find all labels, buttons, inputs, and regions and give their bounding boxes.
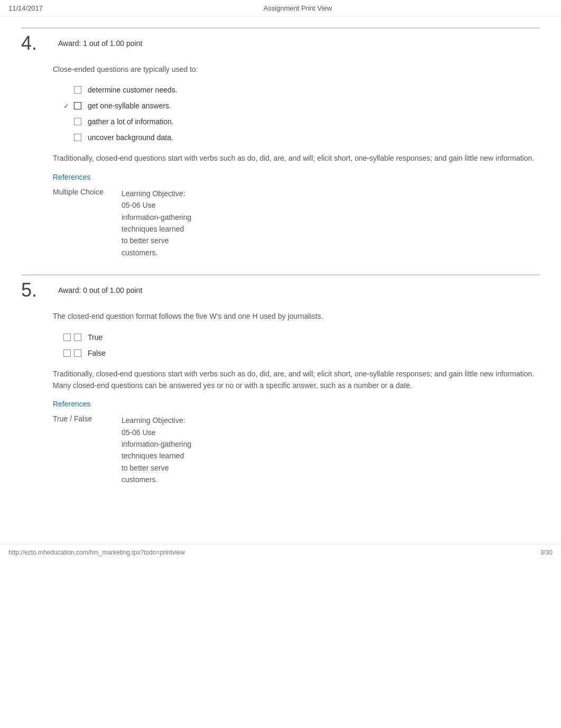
check-4-1 [63,86,71,94]
question-5-options: True False [63,333,540,357]
radio-outer-5-false[interactable] [63,349,71,357]
question-4-number: 4. [21,34,48,53]
option-5-true: True [63,333,540,342]
question-5-ref-type: True / False [53,414,121,485]
option-5-false: False [63,349,540,357]
question-5-references: References True / False Learning Objecti… [53,400,540,485]
option-4-4-text: uncover background data. [88,133,173,142]
radio-4-3[interactable] [74,118,81,125]
question-5-block: 5. Award: 0 out of 1.00 point The closed… [21,274,540,486]
header-date: 11/14/2017 [8,4,43,12]
option-4-3-text: gather a lot of information. [88,117,174,126]
question-4-references: References Multiple Choice Learning Obje… [53,173,540,259]
question-4-body: Close-ended questions are typically used… [53,63,540,259]
question-5-ref-details: Learning Objective: 05-06 Use informatio… [121,414,191,485]
check-4-2: ✓ [63,102,71,110]
question-4-prompt: Close-ended questions are typically used… [53,63,540,75]
question-5-references-label: References [53,400,540,408]
question-4-references-label: References [53,173,540,181]
question-5-references-table: True / False Learning Objective: 05-06 U… [53,414,540,485]
question-4-award: Award: 1 out of 1.00 point [58,39,142,48]
question-5-header: 5. Award: 0 out of 1.00 point [21,274,540,300]
question-4-explanation: Traditionally, closed-end questions star… [53,152,540,164]
option-4-1: determine customer needs. [63,86,540,94]
radio-4-2[interactable] [74,102,81,109]
question-5-prompt: The closed-end question format follows t… [53,310,540,322]
radio-inner-5-false[interactable] [74,349,81,357]
option-4-4: uncover background data. [63,133,540,142]
radio-4-1[interactable] [74,86,81,94]
radio-inner-5-true[interactable] [74,334,81,341]
question-4-ref-type: Multiple Choice [53,188,121,259]
radio-outer-5-true[interactable] [63,334,71,341]
page-content: 4. Award: 1 out of 1.00 point Close-ende… [0,27,561,523]
question-4-options: determine customer needs. ✓ get one-syll… [63,86,540,142]
question-5-explanation: Traditionally, closed-end questions star… [53,368,540,392]
question-4-references-table: Multiple Choice Learning Objective: 05-0… [53,188,540,259]
footer-url: http://ezto.mheducation.com/hm_marketing… [8,549,185,556]
option-5-false-text: False [88,349,106,357]
option-4-2: ✓ get one-syllable answers. [63,102,540,110]
question-5-award: Award: 0 out of 1.00 point [58,286,142,294]
header-bar: 11/14/2017 Assignment Print View [0,0,561,17]
option-4-2-text: get one-syllable answers. [88,102,171,110]
question-4-ref-details: Learning Objective: 05-06 Use informatio… [121,188,191,259]
check-4-3 [63,118,71,126]
radio-4-4[interactable] [74,134,81,141]
header-title: Assignment Print View [264,4,332,12]
option-4-3: gather a lot of information. [63,117,540,126]
question-5-body: The closed-end question format follows t… [53,310,540,486]
question-4-header: 4. Award: 1 out of 1.00 point [21,27,540,53]
footer-page: 3/30 [540,549,553,556]
option-4-1-text: determine customer needs. [88,86,177,94]
question-5-number: 5. [21,281,48,300]
footer-bar: http://ezto.mheducation.com/hm_marketing… [0,544,561,560]
question-4-block: 4. Award: 1 out of 1.00 point Close-ende… [21,27,540,259]
option-5-true-text: True [88,333,102,342]
check-4-4 [63,134,71,142]
